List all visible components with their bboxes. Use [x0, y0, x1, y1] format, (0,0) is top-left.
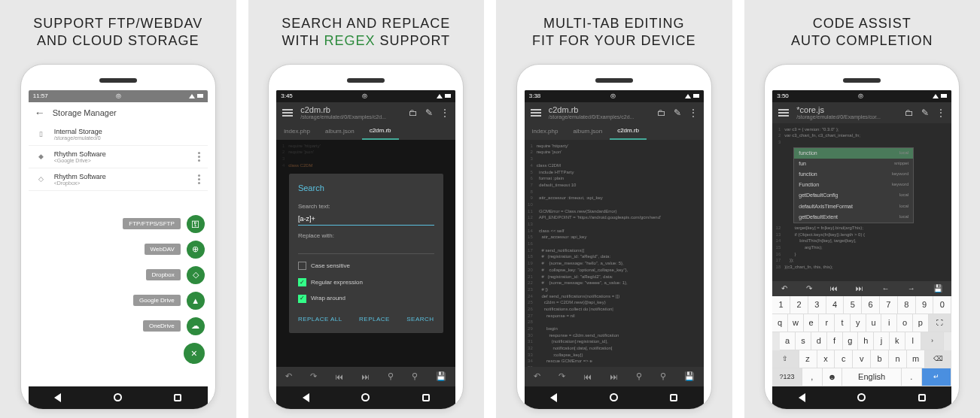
edit-icon[interactable]: ✎ [425, 108, 433, 118]
search2-icon[interactable]: ⚲ [412, 371, 418, 381]
key[interactable]: 2 [790, 296, 808, 314]
more-icon[interactable] [198, 152, 200, 162]
more-icon[interactable]: ⋮ [936, 108, 945, 118]
undo-icon[interactable]: ↶ [285, 371, 292, 381]
redo-icon[interactable]: ↷ [310, 371, 317, 381]
key[interactable]: f [827, 332, 843, 350]
list-item[interactable]: ◆ Rhythm Software<Google Drive> [29, 146, 208, 168]
tab[interactable]: c2dm.rb [610, 123, 647, 140]
key[interactable]: o [897, 314, 913, 332]
folder-icon[interactable]: 🗀 [409, 108, 418, 118]
autocomplete-item[interactable]: Functionkeyword [794, 180, 913, 190]
key[interactable]: 5 [844, 296, 862, 314]
code-area[interactable]: 1require 'httparty' 2require 'json' 3 4c… [276, 140, 455, 367]
fab-close[interactable]: × [184, 343, 205, 364]
key[interactable]: i [881, 314, 897, 332]
fab-webdav[interactable]: ⊕ [187, 241, 205, 259]
tab[interactable]: c2dm.rb [362, 123, 399, 140]
more-icon[interactable]: ⋮ [440, 108, 449, 118]
key[interactable]: v [853, 350, 871, 368]
checkbox-case[interactable] [298, 262, 306, 270]
fab-onedrive[interactable]: ☁ [187, 317, 205, 335]
fab-dropbox[interactable]: ◇ [187, 266, 205, 284]
menu-icon[interactable] [531, 109, 541, 117]
prev-icon[interactable]: ⏮ [583, 372, 592, 381]
nav-back-icon[interactable] [550, 393, 557, 402]
tab[interactable]: album.json [565, 123, 610, 140]
key[interactable]: b [871, 350, 889, 368]
key-backspace[interactable]: ⌫ [925, 350, 951, 368]
key[interactable]: e [804, 314, 820, 332]
key[interactable]: a [780, 332, 796, 350]
tab[interactable]: index.php [525, 123, 566, 140]
search-icon[interactable]: ⚲ [636, 371, 642, 381]
nav-home-icon[interactable] [857, 393, 866, 401]
fab-ftp[interactable]: ⚿ [187, 215, 205, 233]
autocomplete-item[interactable]: defaultAxisTimeFormatlocal [794, 201, 913, 212]
key[interactable]: 7 [880, 296, 898, 314]
key[interactable]: s [796, 332, 811, 350]
nav-back-icon[interactable] [799, 393, 805, 402]
key[interactable]: q [772, 314, 788, 332]
key[interactable]: 6 [862, 296, 880, 314]
key[interactable]: t [835, 314, 851, 332]
next-icon[interactable]: ⏭ [610, 372, 618, 381]
checkbox-regex[interactable]: ✓ [298, 278, 306, 286]
search-icon[interactable]: ⚲ [388, 371, 394, 381]
back-icon[interactable]: ← [35, 107, 45, 119]
list-item[interactable]: ◇ Rhythm Software<Dropbox> [29, 168, 208, 191]
key[interactable]: l [905, 332, 921, 350]
nav-recent-icon[interactable] [670, 394, 677, 401]
key-comma[interactable]: , [802, 368, 823, 386]
key[interactable]: 1 [772, 296, 790, 314]
folder-icon[interactable]: 🗀 [657, 108, 666, 118]
autocomplete-item[interactable]: getDefaultExtentlocal [794, 212, 913, 223]
key[interactable]: n [889, 350, 907, 368]
autocomplete-item[interactable]: getDefaultConfiglocal [794, 190, 913, 201]
key-expand[interactable]: ⛶ [929, 314, 952, 332]
next-icon[interactable]: ⏭ [361, 372, 370, 381]
nav-recent-icon[interactable] [174, 394, 181, 401]
key[interactable]: p [913, 314, 929, 332]
search-input[interactable] [298, 213, 434, 226]
save-icon[interactable]: 💾 [436, 371, 446, 381]
key[interactable]: j [874, 332, 890, 350]
key[interactable]: r [819, 314, 835, 332]
key[interactable]: y [851, 314, 866, 332]
key[interactable]: x [817, 350, 835, 368]
tab[interactable]: index.php [276, 123, 318, 140]
fab-gdrive[interactable]: ▲ [187, 292, 205, 310]
replace-input[interactable] [298, 241, 434, 254]
key[interactable]: 8 [898, 296, 916, 314]
nav-home-icon[interactable] [114, 393, 122, 401]
autocomplete-item[interactable]: funsnippet [794, 159, 913, 169]
redo-icon[interactable]: ↷ [558, 371, 565, 381]
more-icon[interactable] [198, 174, 200, 184]
code-area[interactable]: 1var c3 = { version: "0.3.0" };2var c3_c… [772, 123, 951, 281]
list-item[interactable]: ▯ Internal Storage/storage/emulated/0 [29, 123, 208, 146]
folder-icon[interactable]: 🗀 [905, 108, 914, 118]
edit-icon[interactable]: ✎ [921, 108, 929, 118]
nav-home-icon[interactable] [610, 393, 618, 401]
key[interactable]: 3 [808, 296, 826, 314]
autocomplete-item[interactable]: functionlocal [794, 148, 913, 159]
autocomplete-item[interactable]: functionkeyword [794, 169, 913, 180]
key[interactable]: m [907, 350, 925, 368]
nav-recent-icon[interactable] [422, 394, 430, 401]
tab[interactable]: album.json [318, 123, 362, 140]
key[interactable]: d [811, 332, 827, 350]
prev-icon[interactable]: ⏮ [335, 372, 343, 381]
code-area[interactable]: 1require 'httparty'2require 'json'34clas… [525, 140, 704, 367]
menu-icon[interactable] [282, 109, 293, 117]
key[interactable]: c [835, 350, 853, 368]
nav-back-icon[interactable] [303, 393, 309, 402]
key-sym[interactable]: ?123 [772, 368, 802, 386]
key[interactable]: h [858, 332, 874, 350]
key-space[interactable]: English [842, 368, 901, 386]
search-button[interactable]: SEARCH [406, 315, 434, 324]
key-emoji[interactable]: ☻ [823, 368, 843, 386]
key-next[interactable]: › [921, 332, 945, 350]
key[interactable]: 9 [916, 296, 934, 314]
replace-all-button[interactable]: REPLACE ALL [298, 315, 342, 324]
undo-icon[interactable]: ↶ [534, 371, 540, 381]
